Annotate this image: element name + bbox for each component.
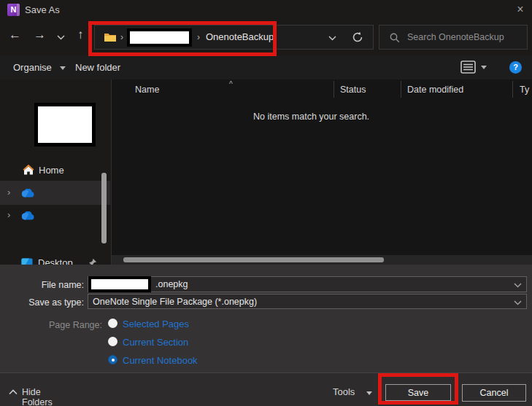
save-options-panel: File name: .onepkg Save as type: OneNote… [0, 265, 532, 372]
radio-option-current-section[interactable]: Current Section [108, 337, 254, 349]
save-as-type-select[interactable]: OneNote Single File Package (*.onepkg) [88, 294, 527, 309]
collapse-chevron-icon [9, 389, 18, 395]
home-icon [23, 164, 34, 176]
column-header-date-modified[interactable]: Date modified [407, 85, 463, 95]
help-icon[interactable]: ? [509, 61, 522, 74]
radio-button[interactable] [108, 337, 117, 346]
empty-list-message: No items match your search. [253, 112, 369, 122]
sidebar-scrollbar[interactable] [101, 173, 107, 243]
address-dropdown-chevron-icon[interactable] [328, 36, 336, 41]
redacted-sidebar-labels [34, 103, 96, 147]
page-range-label: Page Range: [0, 320, 102, 330]
sort-ascending-icon: ^ [229, 80, 233, 88]
recent-locations-chevron-icon[interactable] [57, 35, 65, 40]
radio-button[interactable] [108, 355, 117, 364]
back-icon[interactable]: ← [9, 28, 21, 42]
file-name-dropdown-chevron-icon[interactable] [514, 283, 522, 288]
search-box[interactable]: Search OnenoteBackup [379, 25, 528, 50]
hide-folders-label: Hide Folders [22, 387, 53, 406]
view-options-icon[interactable] [460, 60, 476, 74]
column-header-name[interactable]: Name [135, 85, 159, 95]
sidebar-item-onedrive-2[interactable]: › [0, 205, 109, 227]
expand-chevron-icon[interactable]: › [7, 209, 10, 220]
organise-button[interactable]: Organise [13, 62, 52, 73]
folder-icon [104, 32, 117, 42]
file-name-label: File name: [0, 280, 84, 290]
save-button[interactable]: Save [385, 384, 451, 401]
radio-option-label[interactable]: Selected Pages [123, 319, 189, 329]
radio-option-current-notebook[interactable]: Current Notebook [108, 355, 254, 367]
column-header-type[interactable]: Ty [520, 85, 529, 95]
command-toolbar: Organise New folder [0, 55, 532, 79]
column-divider[interactable] [334, 81, 334, 98]
view-dropdown-icon[interactable] [481, 66, 487, 69]
organise-dropdown-icon[interactable] [60, 66, 66, 70]
up-icon[interactable]: ↑ [77, 28, 84, 42]
file-name-input[interactable]: .onepkg [88, 276, 527, 292]
dialog-footer: Hide Folders Tools Save Cancel [0, 372, 532, 406]
cancel-button[interactable]: Cancel [462, 384, 526, 402]
breadcrumb-separator: › [197, 32, 200, 42]
refresh-icon[interactable] [352, 31, 363, 43]
address-bar[interactable]: › › OnenoteBackup [94, 25, 374, 50]
file-name-extension: .onepkg [155, 279, 188, 289]
onenote-app-icon: N [7, 4, 20, 16]
save-as-type-dropdown-chevron-icon[interactable] [514, 300, 522, 305]
tools-label: Tools [333, 386, 355, 397]
column-divider[interactable] [401, 81, 401, 98]
tools-button[interactable]: Tools [333, 386, 372, 397]
forward-icon[interactable]: → [34, 28, 46, 42]
radio-option-label[interactable]: Current Notebook [123, 355, 198, 366]
breadcrumb-separator: › [120, 32, 123, 42]
column-divider[interactable] [512, 81, 513, 98]
radio-option-selected-pages[interactable]: Selected Pages [108, 319, 254, 331]
save-as-dialog: N Save As × ← → ↑ › › OnenoteBackup [0, 0, 532, 406]
save-as-type-value: OneNote Single File Package (*.onepkg) [93, 297, 257, 307]
window-title: Save As [25, 4, 60, 15]
new-folder-button[interactable]: New folder [75, 62, 120, 73]
onedrive-cloud-icon [21, 189, 35, 198]
search-placeholder: Search OnenoteBackup [407, 32, 504, 42]
breadcrumb-folder-name[interactable]: OnenoteBackup [206, 31, 274, 42]
radio-option-label[interactable]: Current Section [123, 337, 188, 348]
sidebar-item-onedrive-1[interactable]: › [0, 181, 110, 205]
radio-button[interactable] [108, 319, 117, 328]
tools-dropdown-icon [366, 391, 372, 395]
expand-chevron-icon[interactable]: › [7, 187, 10, 198]
column-header-status[interactable]: Status [340, 85, 366, 95]
sidebar-item-home[interactable]: Home [0, 162, 109, 179]
file-list-area: ^ Name Status Date modified Ty No items … [112, 79, 532, 265]
sidebar-item-label: Home [39, 165, 64, 176]
navigation-sidebar: Home › › Desk [0, 79, 111, 265]
close-icon[interactable]: × [512, 1, 529, 17]
save-as-type-label: Save as type: [0, 297, 84, 308]
redacted-breadcrumb-segment [127, 28, 192, 47]
horizontal-scrollbar-thumb[interactable] [123, 257, 384, 262]
redacted-file-name [88, 276, 151, 292]
search-icon [390, 33, 400, 43]
onedrive-cloud-icon [21, 211, 35, 220]
title-bar: N Save As × [0, 0, 532, 20]
